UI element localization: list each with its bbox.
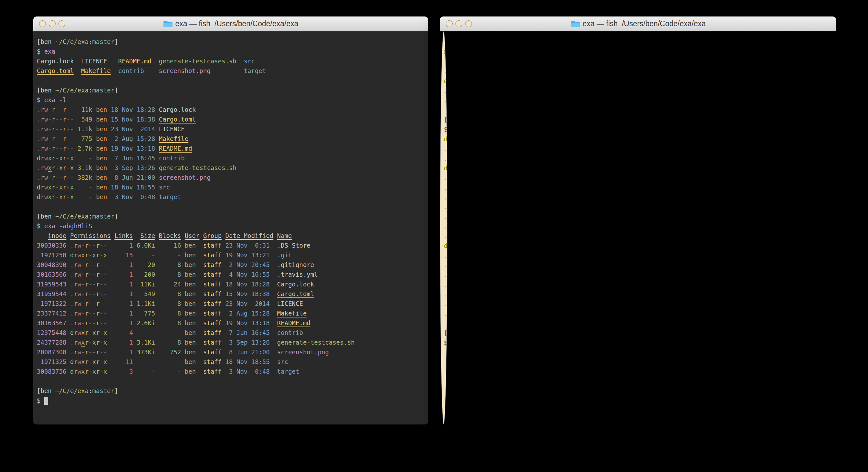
window-title: exa — fish /Users/ben/Code/exa/exa	[33, 17, 428, 31]
terminal-line: 30048390 .rw-r--r-- 1 20 8 ben staff 2 N…	[37, 260, 425, 270]
terminal-content-right[interactable]: [ben ~/C/e/exa:master]$ exa --long --gri…	[440, 31, 447, 424]
terminal-line: 30163566 .rw-r--r-- 1 200 8 ben staff 4 …	[37, 270, 425, 279]
terminal-line: .rw-r--r-- 1.1k ben 23 Nov 2014 LICENCE	[37, 124, 425, 134]
folder-icon	[570, 20, 580, 28]
zoom-button[interactable]	[465, 20, 472, 27]
terminal-content-left[interactable]: [ben ~/C/e/exa:master]$ exaCargo.lock LI…	[33, 31, 428, 424]
terminal-line: .rw-r--r-- 2.7k ben 19 Nov 13:18 README.…	[37, 144, 425, 153]
terminal-line: Cargo.lock LICENCE README.md generate-te…	[37, 56, 425, 66]
terminal-line: .rw-r--r-- 382k ben 8 Jun 21:00 screensh…	[37, 173, 425, 182]
terminal-line: [ben ~/C/e/exa:master]	[37, 37, 425, 47]
terminal-line: .rwxr-xr-x 3.1k ben 3 Sep 13:26 generate…	[37, 163, 425, 173]
terminal-line: 20087308 .rw-r--r-- 1 373Ki 752 ben staf…	[37, 347, 425, 357]
window-title-text: exa — fish /Users/ben/Code/exa/exa	[176, 20, 299, 28]
terminal-line: .rw-r--r-- 11k ben 18 Nov 18:28 Cargo.lo…	[37, 105, 425, 114]
terminal-line: [ben ~/C/e/exa:master]	[37, 386, 425, 396]
terminal-line: [ben ~/C/e/exa:master]	[37, 85, 425, 95]
terminal-line: [ben ~/C/e/exa:master]	[37, 211, 425, 221]
traffic-lights	[446, 17, 472, 31]
terminal-line: inode Permissions Links Size Blocks User…	[37, 231, 425, 240]
terminal-line	[37, 376, 425, 386]
terminal-line: 31959544 .rw-r--r-- 1 549 8 ben staff 15…	[37, 289, 425, 299]
terminal-window-left: exa — fish /Users/ben/Code/exa/exa [ben …	[33, 17, 428, 424]
terminal-line: 30083756 drwxr-xr-x 3 - - ben staff 3 No…	[37, 366, 425, 376]
window-title: exa — fish /Users/ben/Code/exa/exa	[440, 17, 836, 31]
terminal-line: 1971322 .rw-r--r-- 1 1.1Ki 8 ben staff 2…	[37, 299, 425, 308]
minimize-button[interactable]	[49, 20, 56, 27]
terminal-line: 1971325 drwxr-xr-x 11 - - ben staff 18 N…	[37, 357, 425, 366]
terminal-line: Cargo.toml Makefile contrib screenshot.p…	[37, 66, 425, 76]
terminal-line: 30163567 .rw-r--r-- 1 2.6Ki 8 ben staff …	[37, 318, 425, 328]
titlebar[interactable]: exa — fish /Users/ben/Code/exa/exa	[33, 17, 428, 31]
terminal-line: $ exa -abghHliS	[37, 221, 425, 231]
desktop: { "titlebar_buttons": ["close", "minimiz…	[0, 0, 868, 472]
terminal-line	[37, 76, 425, 85]
terminal-line: drwxr-xr-x - ben 18 Nov 18:55 src	[37, 182, 425, 192]
close-button[interactable]	[39, 20, 46, 27]
terminal-line: 30030336 .rw-r--r-- 1 6.0Ki 16 ben staff…	[37, 240, 425, 250]
titlebar[interactable]: exa — fish /Users/ben/Code/exa/exa	[440, 17, 836, 31]
terminal-line: 23377412 .rw-r--r-- 1 775 8 ben staff 2 …	[37, 308, 425, 318]
terminal-line: drwxr-xr-x - ben 7 Jun 16:45 contrib	[37, 153, 425, 163]
terminal-line: .rw-r--r-- 549 ben 15 Nov 18:38 Cargo.to…	[37, 114, 425, 124]
terminal-line: 24377288 .rwxr-xr-x 1 3.1Ki 8 ben staff …	[37, 337, 425, 347]
terminal-line: $ exa	[37, 47, 425, 56]
terminal-line: 1971258 drwxr-xr-x 15 - - ben staff 19 N…	[37, 250, 425, 260]
traffic-lights	[39, 17, 65, 31]
terminal-line: drwxr-xr-x - ben 3 Nov 0:48 target	[37, 192, 425, 202]
terminal-line: $ exa -l	[37, 95, 425, 105]
folder-icon	[163, 20, 173, 28]
terminal-line	[37, 202, 425, 211]
zoom-button[interactable]	[59, 20, 65, 27]
window-title-text: exa — fish /Users/ben/Code/exa/exa	[583, 20, 706, 28]
terminal-window-right: exa — fish /Users/ben/Code/exa/exa [ben …	[440, 17, 836, 424]
terminal-line: 31959543 .rw-r--r-- 1 11Ki 24 ben staff …	[37, 279, 425, 289]
cursor	[44, 397, 48, 405]
terminal-line: $	[37, 396, 425, 405]
terminal-line: 12375448 drwxr-xr-x 4 - - ben staff 7 Ju…	[37, 328, 425, 337]
terminal-line: .rw-r--r-- 775 ben 2 Aug 15:28 Makefile	[37, 134, 425, 144]
close-button[interactable]	[446, 20, 453, 27]
minimize-button[interactable]	[456, 20, 462, 27]
